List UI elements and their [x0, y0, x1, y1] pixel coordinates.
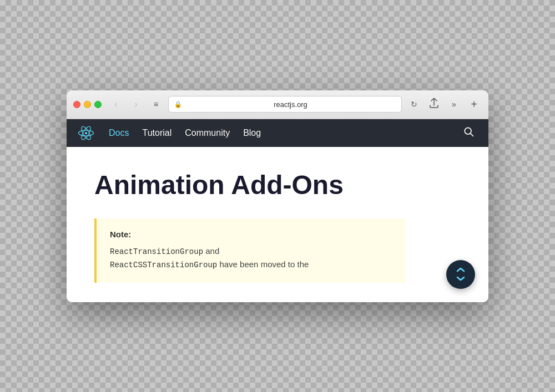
code-ref-1: ReactTransitionGroup — [110, 247, 203, 256]
minimize-button[interactable] — [84, 101, 91, 108]
chevrons-icon: » — [452, 100, 456, 109]
nav-tutorial[interactable]: Tutorial — [137, 125, 177, 141]
note-text-moved: have been moved to the — [217, 259, 309, 269]
search-icon — [463, 126, 474, 140]
url-text: reactjs.org — [185, 100, 396, 109]
nav-docs[interactable]: Docs — [103, 125, 134, 141]
note-label: Note: — [110, 230, 392, 239]
back-button[interactable]: ‹ — [108, 96, 124, 112]
code-ref-2: ReactCSSTransitionGroup — [110, 261, 217, 269]
lock-icon: 🔒 — [174, 101, 182, 108]
search-button[interactable] — [460, 124, 477, 142]
hamburger-button[interactable]: ≡ — [148, 96, 164, 112]
site-navbar: Docs Tutorial Community Blog — [67, 119, 488, 147]
plus-icon: + — [471, 98, 477, 111]
hamburger-icon: ≡ — [154, 100, 158, 109]
reload-icon: ↻ — [411, 100, 417, 109]
close-button[interactable] — [73, 101, 80, 108]
page-content: Animation Add-Ons Note: ReactTransitionG… — [67, 147, 488, 302]
note-text: ReactTransitionGroup and ReactCSSTransit… — [110, 245, 392, 272]
forward-icon: › — [134, 99, 137, 109]
forward-button[interactable]: › — [128, 96, 144, 112]
title-bar: ‹ › ≡ 🔒 reactjs.org ↻ » + — [67, 90, 488, 119]
address-bar[interactable]: 🔒 reactjs.org — [168, 96, 402, 113]
svg-line-5 — [471, 134, 473, 136]
new-tab-button[interactable]: + — [466, 96, 482, 112]
traffic-lights — [73, 101, 102, 108]
scroll-up-arrow — [456, 266, 465, 274]
browser-window: ‹ › ≡ 🔒 reactjs.org ↻ » + — [67, 90, 488, 302]
back-icon: ‹ — [114, 99, 117, 109]
note-text-and: and — [203, 246, 219, 256]
nav-blog[interactable]: Blog — [238, 125, 266, 141]
maximize-button[interactable] — [94, 101, 102, 108]
more-button[interactable]: » — [446, 96, 462, 112]
nav-community[interactable]: Community — [179, 125, 235, 141]
scroll-control-button[interactable] — [446, 260, 475, 289]
note-box: Note: ReactTransitionGroup and ReactCSST… — [94, 218, 405, 283]
svg-point-0 — [85, 131, 87, 134]
page-title: Animation Add-Ons — [94, 169, 461, 201]
share-icon — [430, 98, 438, 110]
share-button[interactable] — [426, 96, 442, 112]
react-logo[interactable] — [78, 125, 94, 141]
reload-button[interactable]: ↻ — [406, 96, 422, 112]
nav-links: Docs Tutorial Community Blog — [103, 125, 460, 141]
scroll-down-arrow — [456, 274, 465, 282]
